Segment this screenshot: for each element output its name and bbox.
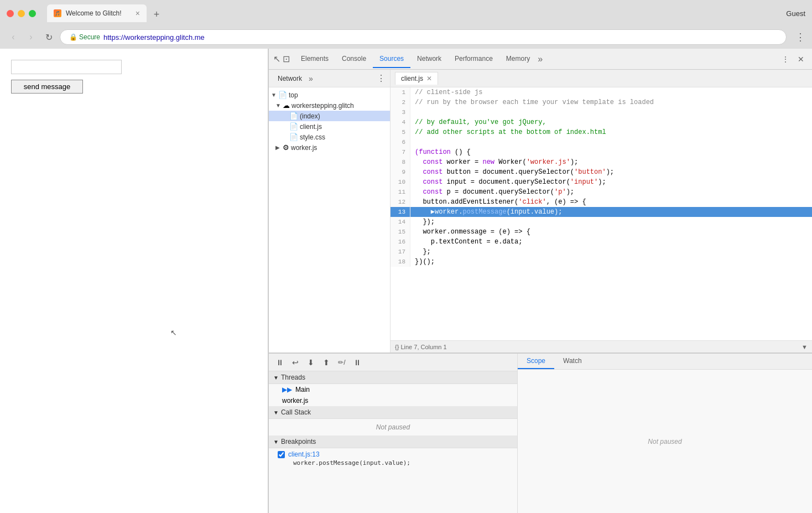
watch-tab[interactable]: Watch [554,354,591,369]
code-line-7: 7 (function () { [391,147,812,157]
tab-close-button[interactable]: × [136,9,140,18]
breakpoints-section-header[interactable]: ▼ Breakpoints [269,436,517,448]
status-bar-dropdown[interactable]: ▼ [801,344,808,350]
file-icon-client: 📄 [289,122,298,131]
callstack-arrow-icon: ▼ [273,410,279,416]
tab-memory[interactable]: Memory [499,50,537,68]
new-tab-button[interactable]: + [149,7,164,22]
message-input[interactable] [11,60,122,74]
devtools-icon-cursor[interactable]: ↖ [273,54,280,64]
reload-button[interactable]: ↻ [42,30,55,44]
breakpoints-label: Breakpoints [281,438,316,445]
threads-section-header[interactable]: ▼ Threads [269,371,517,384]
file-panel-network-tab[interactable]: Network [273,73,306,84]
debug-left-panel: ⏸ ↩ ⬇ ⬆ ✏/ ⏸ ▼ Threads ▶▶ Main [269,354,518,513]
browser-tab[interactable]: 🎵 Welcome to Glitch! × [47,4,147,22]
tree-label-client: client.js [300,123,322,131]
minimize-button[interactable] [18,10,25,17]
tab-performance[interactable]: Performance [448,50,499,68]
tree-label-domain: workerstepping.glitch [292,102,354,110]
browser-menu-button[interactable]: ⋮ [795,31,805,43]
maximize-button[interactable] [29,10,36,17]
tree-item-client-js[interactable]: 📄 client.js [269,121,390,132]
breakpoint-checkbox[interactable] [278,451,285,458]
callstack-section-header[interactable]: ▼ Call Stack [269,406,517,419]
code-line-3: 3 [391,107,812,117]
url-text: https://workerstepping.glitch.me [103,33,205,42]
devtools-close-button[interactable]: ✕ [794,53,808,66]
file-panel: Network » ⋮ ▼ 📄 top ▼ ☁ workerstep [269,70,391,353]
tree-item-top[interactable]: ▼ 📄 top [269,90,390,100]
code-editor[interactable]: 1 // client-side js 2 // run by the brow… [391,87,812,340]
code-line-14: 14 }); [391,217,812,227]
scope-not-paused-text: Not paused [648,438,681,445]
code-tab-close-button[interactable]: ✕ [426,75,432,82]
tree-item-domain[interactable]: ▼ ☁ workerstepping.glitch [269,100,390,111]
code-line-18: 18 })(); [391,257,812,267]
close-button[interactable] [7,10,14,17]
file-tree: ▼ 📄 top ▼ ☁ workerstepping.glitch 📄 [269,87,390,155]
worker-thread-label: worker.js [282,397,308,405]
code-line-12: 12 button.addEventListener('click', (e) … [391,197,812,207]
devtools-body: Network » ⋮ ▼ 📄 top ▼ ☁ workerstep [269,70,812,353]
tree-label-worker: worker.js [291,144,317,152]
breakpoint-file-label: client.js:13 [288,450,320,458]
tab-title: Welcome to Glitch! [66,9,121,17]
file-panel-menu-button[interactable]: ⋮ [377,73,386,84]
pause-on-exceptions-button[interactable]: ⏸ [351,356,364,369]
send-message-button[interactable]: send message [11,80,83,94]
devtools-tab-bar: ↖ ⊡ Elements Console Sources Network Per… [269,49,812,70]
threads-label: Threads [281,374,305,381]
step-into-button[interactable]: ⬇ [304,356,317,369]
tree-arrow-top: ▼ [271,92,277,98]
tree-item-worker[interactable]: ▶ ⚙ worker.js [269,142,390,153]
breakpoint-code-text: worker.postMessage(input.value); [278,458,508,468]
scope-tab-bar: Scope Watch [518,354,812,370]
devtools-panel: ↖ ⊡ Elements Console Sources Network Per… [268,49,812,513]
main-thread-label: Main [295,386,310,393]
tab-console[interactable]: Console [335,50,373,68]
breakpoints-arrow-icon: ▼ [273,439,279,445]
more-tabs-button[interactable]: » [538,54,543,64]
code-tab-client-js[interactable]: client.js ✕ [395,72,438,85]
code-line-8: 8 const worker = new Worker('worker.js')… [391,157,812,167]
devtools-icon-responsive[interactable]: ⊡ [283,54,290,64]
deactivate-breakpoints-button[interactable]: ✏/ [335,356,348,369]
tree-arrow-domain: ▼ [275,102,281,108]
scope-tab[interactable]: Scope [518,354,554,369]
status-bar-position: Line 7, Column 1 [400,344,446,350]
main-thread-item[interactable]: ▶▶ Main [269,384,517,395]
code-line-1: 1 // client-side js [391,87,812,97]
tab-sources[interactable]: Sources [373,50,410,68]
debug-right-panel: Scope Watch Not paused [518,354,812,513]
status-bar-icon: {} [395,344,399,350]
debug-sections: ▼ Threads ▶▶ Main worker.js ▼ Call Stack [269,371,517,513]
forward-button[interactable]: › [24,30,38,44]
tab-network[interactable]: Network [410,50,448,68]
devtools-settings-button[interactable]: ⋮ [779,53,792,66]
worker-icon: ⚙ [283,143,289,152]
back-button[interactable]: ‹ [7,30,20,44]
tree-item-index[interactable]: 📄 (index) [269,111,390,121]
tab-favicon: 🎵 [54,9,61,17]
code-line-6: 6 [391,137,812,147]
file-icon-index: 📄 [289,112,298,120]
debug-toolbar: ⏸ ↩ ⬇ ⬆ ✏/ ⏸ [269,354,517,371]
step-out-button[interactable]: ⬆ [320,356,333,369]
worker-thread-item[interactable]: worker.js [269,395,517,406]
tab-elements[interactable]: Elements [294,50,335,68]
cloud-icon: ☁ [283,101,290,110]
tree-item-style-css[interactable]: 📄 style.css [269,132,390,142]
step-over-button[interactable]: ↩ [289,356,302,369]
file-panel-more-button[interactable]: » [309,74,313,83]
callstack-not-paused: Not paused [269,419,517,436]
code-line-2: 2 // run by the browser each time your v… [391,97,812,107]
address-bar[interactable]: 🔒 Secure https://workerstepping.glitch.m… [60,29,787,45]
page-content: send message ↖ [0,49,268,513]
pause-resume-button[interactable]: ⏸ [273,356,287,369]
file-icon-style: 📄 [289,133,298,141]
breakpoint-item-1[interactable]: client.js:13 worker.postMessage(input.va… [269,448,517,470]
code-line-4: 4 // by default, you've got jQuery, [391,117,812,127]
tree-label-style: style.css [300,133,325,141]
debug-panel: ⏸ ↩ ⬇ ⬆ ✏/ ⏸ ▼ Threads ▶▶ Main [269,353,812,513]
